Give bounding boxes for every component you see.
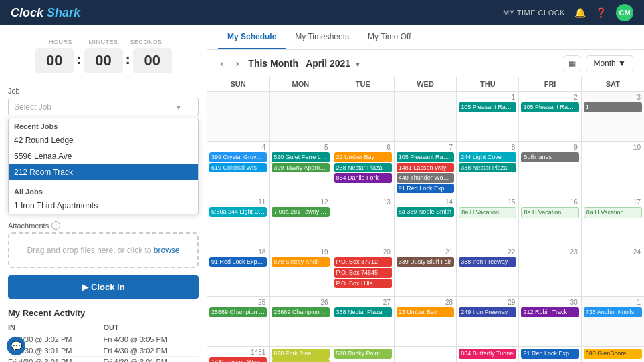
- cal-event[interactable]: 339 Dusty Bluff Fair: [397, 257, 454, 267]
- cal-event[interactable]: 238 Nectar Plaza: [334, 163, 392, 173]
- cal-cell[interactable]: 30212 Robin Track: [519, 297, 581, 346]
- cal-event[interactable]: 105 Pleasant Ranch Port: [397, 152, 454, 162]
- tab-my-time-off[interactable]: My Time Off: [358, 25, 420, 49]
- cal-event[interactable]: 864 Danile Fork: [334, 173, 392, 183]
- dropdown-item-recent-2[interactable]: 212 Room Track: [9, 164, 198, 180]
- cal-event[interactable]: 399 Crystal Grove Tunnel: [209, 152, 267, 162]
- browse-link[interactable]: browse: [154, 246, 180, 255]
- cal-event[interactable]: P.O. Box 37712: [334, 257, 392, 267]
- cal-cell[interactable]: 590 GlenShore: [582, 347, 644, 362]
- cal-cell[interactable]: 2105 Pleasant Ranch Port: [519, 92, 581, 141]
- tab-my-timesheets[interactable]: My Timesheets: [286, 25, 358, 49]
- clock-in-button[interactable]: ▶ Clock In: [8, 275, 199, 299]
- cal-event[interactable]: 105 Pleasant Ranch Port: [521, 102, 578, 112]
- cal-cell[interactable]: 7105 Pleasant Ranch Port1481 Lassen Way4…: [395, 142, 457, 196]
- cal-cell[interactable]: 13: [332, 196, 395, 246]
- cal-cell[interactable]: 29249 Iron Freeway: [457, 297, 519, 346]
- cal-event[interactable]: 1481 Lassen Way: [397, 163, 454, 173]
- cal-cell[interactable]: 148a 389 Noble Smith: [395, 196, 457, 246]
- cal-event[interactable]: 23 Umber Bay: [397, 307, 454, 317]
- cal-cell[interactable]: 5520 Gulet Ferre Lane399 Tawny Approach: [270, 142, 332, 196]
- cal-event[interactable]: 5:30a 244 Light Cove: [209, 207, 267, 217]
- cal-cell[interactable]: 31: [582, 92, 644, 141]
- cal-event[interactable]: P.O. Box 74645: [334, 268, 392, 278]
- cal-event[interactable]: 8a H Vacation: [584, 207, 642, 218]
- cal-event[interactable]: 91 Red Lock Expressway: [397, 184, 454, 194]
- bell-icon[interactable]: 🔔: [574, 7, 586, 18]
- cal-cell[interactable]: 10: [582, 142, 644, 196]
- cal-cell[interactable]: 20P.O. Box 37712P.O. Box 74645P.O. Box H…: [332, 246, 395, 296]
- cal-cell[interactable]: 9Both lanes: [519, 142, 581, 196]
- cal-event[interactable]: 590 GlenShore: [584, 349, 642, 359]
- cal-event[interactable]: 8a H Vacation: [459, 207, 516, 218]
- chat-bubble[interactable]: 💬: [7, 337, 25, 355]
- cal-event[interactable]: 735 Anchor Knolls: [584, 307, 642, 317]
- cal-cell[interactable]: 178a H Vacation: [582, 196, 644, 246]
- cal-event[interactable]: 1481 Lassen Way: [209, 357, 267, 362]
- cal-cell[interactable]: 2525689 Champion Rd: [207, 297, 270, 346]
- cal-cell[interactable]: 1105 Pleasant Ranch Port: [457, 92, 519, 141]
- cal-cell[interactable]: 1735 Anchor Knolls: [582, 297, 644, 346]
- cal-cell[interactable]: [395, 92, 457, 141]
- cal-cell[interactable]: 23: [519, 246, 581, 296]
- cal-cell[interactable]: 22338 Iron Freeway: [457, 246, 519, 296]
- cal-cell[interactable]: 518 Rocky Point: [332, 347, 395, 362]
- cal-event[interactable]: 884 Butterfly Tunnel: [459, 349, 516, 359]
- avatar[interactable]: CM: [616, 4, 633, 21]
- cal-cell[interactable]: 21339 Dusty Bluff Fair: [395, 246, 457, 296]
- cal-event[interactable]: 7:00a 281 Tawny Approach: [272, 207, 329, 217]
- cal-event[interactable]: 212 Robin Track: [521, 307, 578, 317]
- cal-event[interactable]: 879 Sleepy Knoll: [272, 257, 329, 267]
- tab-my-schedule[interactable]: My Schedule: [218, 25, 286, 49]
- cal-event[interactable]: 8a 389 Noble Smith: [397, 207, 454, 217]
- cal-event[interactable]: 619 Colonial Wts: [209, 163, 267, 173]
- cal-cell[interactable]: 14811481 Lassen Way: [207, 347, 270, 362]
- cal-event[interactable]: 91 Red Lock Expressway: [209, 257, 267, 267]
- drop-zone[interactable]: Drag and drop files here, or click to br…: [8, 232, 199, 268]
- dropdown-item-recent-0[interactable]: 42 Round Ledge: [9, 132, 198, 148]
- cal-cell[interactable]: 115:30a 244 Light Cove: [207, 196, 270, 246]
- my-time-clock-label[interactable]: MY TIME CLOCK: [503, 9, 565, 17]
- cal-cell[interactable]: [207, 92, 270, 141]
- cal-event[interactable]: 249 Iron Freeway: [459, 307, 516, 317]
- cal-prev-btn[interactable]: ‹: [218, 57, 227, 70]
- cal-event[interactable]: 518 Rocky Point: [334, 349, 392, 359]
- job-select-display[interactable]: Select Job ▼: [8, 98, 199, 116]
- dropdown-item-all-0[interactable]: 1 Iron Third Apartments: [9, 198, 198, 214]
- cal-event[interactable]: P.O. Box Hills: [334, 279, 392, 289]
- cal-cell[interactable]: 628 Fork Pine534 Grove Areer: [270, 347, 332, 362]
- cal-event[interactable]: 105 Pleasant Ranch Port: [459, 102, 516, 112]
- cal-cell[interactable]: 27338 Nectar Plaza: [332, 297, 395, 346]
- cal-next-btn[interactable]: ›: [233, 57, 242, 70]
- cal-event[interactable]: 244 Light Cove: [459, 152, 516, 162]
- cal-cell[interactable]: 127:00a 281 Tawny Approach: [270, 196, 332, 246]
- cal-event[interactable]: 8a H Vacation: [521, 207, 578, 218]
- cal-cell[interactable]: 24: [582, 246, 644, 296]
- cal-cell[interactable]: 622 Umber Bay238 Nectar Plaza864 Danile …: [332, 142, 395, 196]
- cal-event[interactable]: 440 Thunder Woods: [397, 173, 454, 183]
- cal-cell[interactable]: [270, 92, 332, 141]
- cal-cell[interactable]: 91 Red Lock Expressway: [519, 347, 581, 362]
- cal-cell[interactable]: 2625689 Champion Rd: [270, 297, 332, 346]
- help-icon[interactable]: ❓: [595, 7, 607, 18]
- cal-event[interactable]: 534 Grove Areer: [272, 359, 329, 362]
- cal-event[interactable]: 22 Umber Bay: [334, 152, 392, 162]
- cal-event[interactable]: 91 Red Lock Expressway: [521, 349, 578, 359]
- cal-event[interactable]: 399 Tawny Approach: [272, 163, 329, 173]
- cal-event[interactable]: 520 Gulet Ferre Lane: [272, 152, 329, 162]
- dropdown-item-recent-1[interactable]: 5596 Lenaa Ave: [9, 148, 198, 164]
- cal-event[interactable]: 25689 Champion Rd: [209, 307, 267, 317]
- cal-cell[interactable]: 2823 Umber Bay: [395, 297, 457, 346]
- cal-cell[interactable]: 884 Butterfly Tunnel: [457, 347, 519, 362]
- cal-event[interactable]: 338 Nectar Plaza: [459, 163, 516, 173]
- cal-grid-icon-btn[interactable]: ▦: [564, 55, 580, 71]
- cal-cell[interactable]: 8244 Light Cove338 Nectar Plaza: [457, 142, 519, 196]
- cal-cell[interactable]: [395, 347, 457, 362]
- cal-event[interactable]: 338 Nectar Plaza: [334, 307, 392, 317]
- cal-cell[interactable]: 1891 Red Lock Expressway: [207, 246, 270, 296]
- cal-cell[interactable]: [332, 92, 395, 141]
- cal-cell[interactable]: 19879 Sleepy Knoll: [270, 246, 332, 296]
- cal-event[interactable]: 338 Iron Freeway: [459, 257, 516, 267]
- cal-cell[interactable]: 168a H Vacation: [519, 196, 581, 246]
- cal-cell[interactable]: 4399 Crystal Grove Tunnel619 Colonial Wt…: [207, 142, 270, 196]
